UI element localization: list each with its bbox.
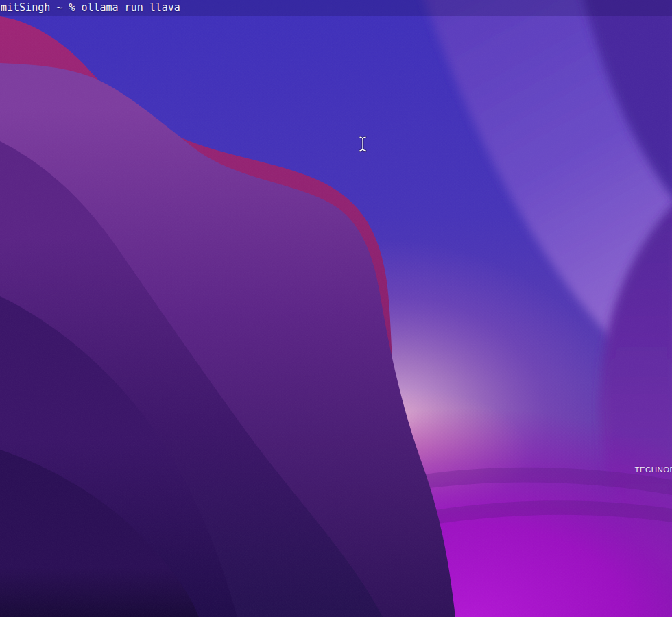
desktop: mitSingh ~ % ollama run llava TECHNOF [0,0,672,617]
wallpaper-grain-texture [0,0,672,617]
i-beam-cursor [359,136,367,152]
terminal-prompt-text[interactable]: mitSingh ~ % ollama run llava [1,1,180,14]
watermark-text: TECHNOF [635,465,672,474]
wallpaper-monterey-waves [0,0,672,617]
